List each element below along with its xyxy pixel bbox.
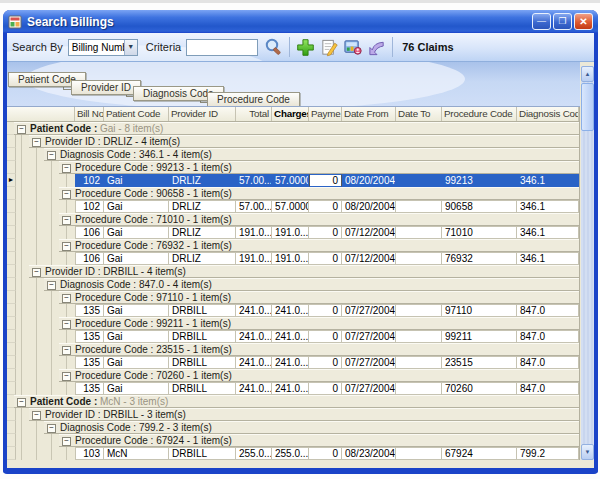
group-row-provider-id[interactable]: −Provider ID : DRBILL - 4 item(s): [7, 265, 579, 278]
collapse-icon[interactable]: −: [17, 398, 26, 407]
chevron-down-icon[interactable]: ▼: [124, 40, 137, 55]
collapse-icon[interactable]: −: [17, 125, 26, 134]
data-row[interactable]: 135GaiDRBILL241.0...241.0...007/27/20042…: [7, 356, 579, 369]
search-by-dropdown[interactable]: Billing Number ▼: [68, 39, 138, 56]
collapse-icon[interactable]: −: [32, 411, 41, 420]
collapse-icon[interactable]: −: [62, 242, 71, 251]
add-claim-button[interactable]: [293, 36, 317, 58]
group-row-provider-id[interactable]: −Provider ID : DRBILL - 3 item(s): [7, 408, 579, 421]
data-row[interactable]: 135GaiDRBILL241.0...241.0...007/27/20049…: [7, 330, 579, 343]
indent-guide: [66, 447, 67, 460]
collapse-icon[interactable]: −: [32, 268, 41, 277]
data-row[interactable]: 135GaiDRBILL241.0...241.0...007/27/20047…: [7, 382, 579, 395]
group-row-patient-code[interactable]: −Patient Code : McN - 3 item(s): [7, 395, 579, 408]
payment-edit-cell[interactable]: 0: [309, 174, 342, 187]
group-band: −Procedure Code : 99211 - 1 item(s): [59, 317, 579, 330]
indent-guide: [21, 161, 22, 174]
collapse-icon[interactable]: −: [62, 372, 71, 381]
indent-guide: [21, 187, 22, 200]
data-row[interactable]: 106GaiDRLIZ191.0...191.0...007/12/200471…: [7, 226, 579, 239]
indent-guide: [21, 447, 22, 460]
edit-claim-button[interactable]: [317, 36, 341, 58]
column-header-total[interactable]: Total: [236, 107, 272, 121]
indent-guide: [21, 252, 22, 265]
column-header-date-to[interactable]: Date To: [396, 107, 442, 121]
column-header-provider-id[interactable]: Provider ID: [169, 107, 236, 121]
group-row-diagnosis-code[interactable]: −Diagnosis Code : 799.2 - 3 item(s): [7, 421, 579, 434]
cell-diagnosis: 799.2: [517, 447, 579, 460]
group-row-procedure-code[interactable]: −Procedure Code : 70260 - 1 item(s): [7, 369, 579, 382]
cell-procedure: 23515: [442, 356, 517, 369]
collapse-icon[interactable]: −: [62, 294, 71, 303]
data-row[interactable]: 102GaiDRLIZ57.00...57.0000008/20/2004906…: [7, 200, 579, 213]
maximize-button[interactable]: ❐: [553, 13, 572, 30]
group-row-provider-id[interactable]: −Provider ID : DRLIZ - 4 item(s): [7, 135, 579, 148]
scroll-thumb[interactable]: [581, 83, 594, 131]
cell-payment: 0: [309, 382, 342, 395]
collapse-icon[interactable]: −: [62, 320, 71, 329]
group-row-procedure-code[interactable]: −Procedure Code : 71010 - 1 item(s): [7, 213, 579, 226]
indent-guide: [36, 148, 37, 161]
cell-charges: 241.0...: [272, 382, 309, 395]
vertical-scrollbar[interactable]: ▲ ▼: [581, 66, 594, 460]
column-header-bill-no[interactable]: Bill No.: [75, 107, 104, 121]
close-button[interactable]: ✕: [574, 13, 593, 30]
group-row-procedure-code[interactable]: −Procedure Code : 76932 - 1 item(s): [7, 239, 579, 252]
group-row-procedure-code[interactable]: −Procedure Code : 90658 - 1 item(s): [7, 187, 579, 200]
scroll-down-button[interactable]: ▼: [581, 444, 594, 460]
cell-total: 191.0...: [236, 226, 272, 239]
group-row-procedure-code[interactable]: −Procedure Code : 97110 - 1 item(s): [7, 291, 579, 304]
collapse-icon[interactable]: −: [62, 190, 71, 199]
column-header-charges[interactable]: Charges: [272, 107, 309, 121]
data-row[interactable]: 106GaiDRLIZ191.0...191.0...007/12/200476…: [7, 252, 579, 265]
cell-bill: 102: [75, 174, 104, 187]
collapse-icon[interactable]: −: [32, 138, 41, 147]
collapse-icon[interactable]: −: [62, 437, 71, 446]
data-row[interactable]: 103McNDRBILL255.0...255.0...008/23/20046…: [7, 447, 579, 460]
group-row-diagnosis-code[interactable]: −Diagnosis Code : 346.1 - 4 item(s): [7, 148, 579, 161]
refresh-button[interactable]: [365, 36, 389, 58]
group-band: −Procedure Code : 71010 - 1 item(s): [59, 213, 579, 226]
collapse-icon[interactable]: −: [62, 216, 71, 225]
indent-guide: [66, 330, 67, 343]
column-header-procedure-code[interactable]: Procedure Code: [442, 107, 517, 121]
cell-procedure: 67924: [442, 447, 517, 460]
group-box-procedure-code[interactable]: Procedure Code: [207, 92, 300, 107]
group-value: 847.0 - 4 item(s): [139, 279, 212, 290]
indent-guide: [66, 174, 67, 187]
group-row-procedure-code[interactable]: −Procedure Code : 67924 - 1 item(s): [7, 434, 579, 447]
group-row-patient-code[interactable]: −Patient Code : Gai - 8 item(s): [7, 122, 579, 135]
group-value: 99213 - 1 item(s): [156, 162, 232, 173]
cell-charges: 191.0...: [272, 252, 309, 265]
collapse-icon[interactable]: −: [47, 281, 56, 290]
data-row[interactable]: ►102GaiDRLIZ57.00...57.0000008/20/200499…: [7, 174, 579, 187]
group-box-provider-id[interactable]: Provider ID: [71, 80, 141, 95]
collapse-icon[interactable]: −: [47, 151, 56, 160]
data-cells: 103McNDRBILL255.0...255.0...008/23/20046…: [75, 447, 579, 460]
collapse-icon[interactable]: −: [47, 424, 56, 433]
indent-guide: [36, 317, 37, 330]
column-header-payme[interactable]: Payme...: [309, 107, 342, 121]
data-row[interactable]: 135GaiDRBILL241.0...241.0...007/27/20049…: [7, 304, 579, 317]
group-row-procedure-code[interactable]: −Procedure Code : 99211 - 1 item(s): [7, 317, 579, 330]
scroll-up-button[interactable]: ▲: [581, 66, 594, 82]
row-selector-cell: [7, 434, 16, 447]
criteria-input[interactable]: [186, 39, 258, 56]
report-preview-button[interactable]: [341, 36, 365, 58]
search-button[interactable]: [262, 36, 286, 58]
indent-guide: [36, 174, 37, 187]
edit-pencil-icon: [320, 38, 339, 57]
column-header-patient-code[interactable]: Patient Code: [104, 107, 169, 121]
group-row-diagnosis-code[interactable]: −Diagnosis Code : 847.0 - 4 item(s): [7, 278, 579, 291]
collapse-icon[interactable]: −: [62, 164, 71, 173]
cell-total: 241.0...: [236, 304, 272, 317]
group-row-procedure-code[interactable]: −Procedure Code : 99213 - 1 item(s): [7, 161, 579, 174]
collapse-icon[interactable]: −: [62, 346, 71, 355]
column-header-diagnosis-code[interactable]: Diagnosis Code: [517, 107, 579, 121]
cell-payment: 0: [309, 330, 342, 343]
indent-guide: [66, 356, 67, 369]
column-header-date-from[interactable]: Date From: [342, 107, 396, 121]
indent-guide: [51, 291, 52, 304]
group-row-procedure-code[interactable]: −Procedure Code : 23515 - 1 item(s): [7, 343, 579, 356]
minimize-button[interactable]: —: [532, 13, 551, 30]
